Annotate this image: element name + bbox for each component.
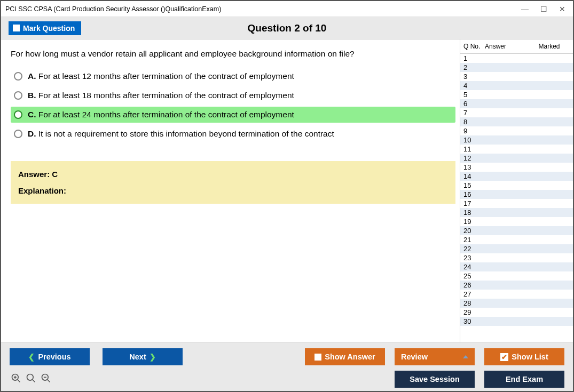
- answer-choice[interactable]: A. For at least 12 months after terminat…: [11, 68, 455, 84]
- question-list-row[interactable]: 27: [460, 290, 573, 299]
- question-area: For how long must a vendor retain all ap…: [1, 39, 460, 342]
- question-list-row[interactable]: 22: [460, 244, 573, 253]
- radio-icon: [14, 91, 22, 100]
- question-list-row[interactable]: 8: [460, 117, 573, 126]
- question-list-row[interactable]: 11: [460, 145, 573, 154]
- window-title: PCI SSC CPSA (Card Production Security A…: [5, 5, 221, 13]
- header-bar: Mark Question Question 2 of 10: [1, 17, 573, 39]
- question-list-row[interactable]: 17: [460, 199, 573, 208]
- question-list-row[interactable]: 6: [460, 99, 573, 108]
- svg-line-1: [18, 379, 20, 382]
- question-list-header: Q No. Answer Marked: [460, 39, 573, 54]
- question-list-row[interactable]: 23: [460, 253, 573, 262]
- question-list-row[interactable]: 1: [460, 54, 573, 63]
- question-list-row[interactable]: 21: [460, 235, 573, 244]
- question-list-row[interactable]: 18: [460, 208, 573, 217]
- bottom-bar: ❮ Previous Next ❯ Show Answer Review ✔ S…: [1, 343, 573, 391]
- question-list[interactable]: 1234567891011121314151617181920212223242…: [460, 54, 573, 342]
- maximize-icon[interactable]: ☐: [540, 5, 547, 13]
- question-list-row[interactable]: 2: [460, 63, 573, 72]
- question-list-row[interactable]: 29: [460, 308, 573, 317]
- mark-question-label: Mark Question: [23, 24, 75, 33]
- question-list-row[interactable]: 26: [460, 281, 573, 290]
- radio-icon: [14, 72, 22, 81]
- question-list-row[interactable]: 24: [460, 262, 573, 271]
- question-counter: Question 2 of 10: [1, 22, 573, 34]
- svg-line-7: [48, 379, 50, 382]
- col-answer: Answer: [485, 43, 528, 50]
- question-list-row[interactable]: 13: [460, 163, 573, 172]
- previous-button[interactable]: ❮ Previous: [10, 348, 90, 365]
- question-list-row[interactable]: 12: [460, 154, 573, 163]
- question-list-row[interactable]: 19: [460, 217, 573, 226]
- question-list-row[interactable]: 14: [460, 172, 573, 181]
- answer-choice[interactable]: C. For at least 24 months after terminat…: [11, 107, 455, 123]
- answer-choice[interactable]: D. It is not a requirement to store this…: [11, 126, 455, 142]
- end-exam-button[interactable]: End Exam: [484, 371, 564, 388]
- close-icon[interactable]: ✕: [559, 5, 565, 13]
- choice-text: C. For at least 24 months after terminat…: [28, 110, 294, 119]
- zoom-reset-icon[interactable]: [26, 373, 36, 386]
- question-text: For how long must a vendor retain all ap…: [11, 49, 455, 59]
- question-list-row[interactable]: 20: [460, 226, 573, 235]
- answer-box: Answer: C Explanation:: [11, 161, 455, 204]
- radio-icon: [14, 130, 22, 138]
- save-session-button[interactable]: Save Session: [395, 371, 475, 388]
- app-window: PCI SSC CPSA (Card Production Security A…: [0, 0, 574, 392]
- question-list-row[interactable]: 25: [460, 271, 573, 281]
- question-list-row[interactable]: 9: [460, 126, 573, 135]
- triangle-up-icon: [463, 355, 468, 358]
- mark-question-button[interactable]: Mark Question: [9, 21, 81, 35]
- choice-text: A. For at least 12 months after terminat…: [28, 71, 294, 81]
- titlebar: PCI SSC CPSA (Card Production Security A…: [1, 1, 573, 17]
- chevron-right-icon: ❯: [150, 353, 156, 361]
- radio-icon: [14, 110, 22, 119]
- zoom-in-icon[interactable]: [11, 373, 21, 386]
- col-marked: Marked: [528, 43, 571, 50]
- answer-choice[interactable]: B. For at least 18 months after terminat…: [11, 87, 455, 103]
- svg-line-5: [33, 379, 35, 382]
- question-list-row[interactable]: 28: [460, 299, 573, 308]
- question-list-row[interactable]: 3: [460, 72, 573, 81]
- answer-label: Answer: C: [18, 170, 448, 179]
- question-list-row[interactable]: 30: [460, 317, 573, 326]
- question-list-row[interactable]: 16: [460, 190, 573, 199]
- choice-text: D. It is not a requirement to store this…: [28, 129, 334, 139]
- show-answer-button[interactable]: Show Answer: [305, 348, 385, 365]
- choice-text: B. For at least 18 months after terminat…: [28, 91, 294, 100]
- zoom-out-icon[interactable]: [41, 373, 51, 386]
- question-list-row[interactable]: 10: [460, 135, 573, 145]
- question-list-panel: Q No. Answer Marked 12345678910111213141…: [460, 39, 573, 342]
- next-button[interactable]: Next ❯: [103, 348, 183, 365]
- col-qno: Q No.: [463, 43, 485, 50]
- checkbox-icon: [314, 354, 321, 361]
- checkbox-icon: [13, 25, 20, 31]
- question-list-row[interactable]: 7: [460, 108, 573, 117]
- checkbox-checked-icon: ✔: [500, 353, 508, 361]
- question-list-row[interactable]: 4: [460, 81, 573, 90]
- question-list-row[interactable]: 15: [460, 181, 573, 190]
- review-button[interactable]: Review: [395, 348, 475, 365]
- minimize-icon[interactable]: —: [521, 5, 529, 13]
- question-list-row[interactable]: 5: [460, 90, 573, 99]
- chevron-left-icon: ❮: [28, 353, 35, 361]
- show-list-button[interactable]: ✔ Show List: [484, 348, 564, 365]
- explanation-label: Explanation:: [18, 186, 448, 195]
- svg-point-4: [27, 374, 34, 380]
